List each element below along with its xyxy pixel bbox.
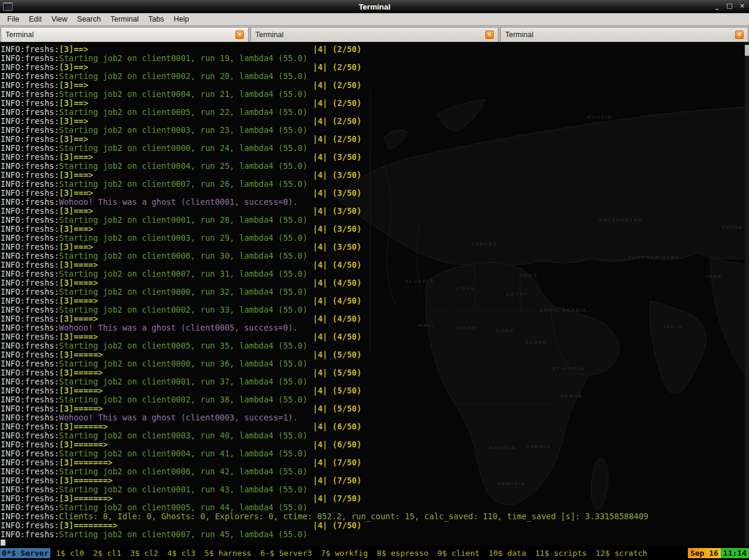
log-start-text: Starting job2 on client0005, run 44, lam… [59,503,308,512]
progress-counter: |4| (3/50) [313,153,361,162]
close-button[interactable]: × [738,2,746,11]
terminal-line: INFO:freshs:[3]==>|4| (2/50) [1,135,749,144]
log-progress-text: [3]======> [59,440,108,449]
tab-terminal-3[interactable]: Terminal× [500,27,748,42]
log-prefix: INFO:freshs: [1,269,59,279]
log-progress-text: [3]====> [59,332,98,341]
log-prefix: INFO:freshs: [1,107,59,117]
scrollbar[interactable] [745,42,749,546]
progress-counter: |4| (4/50) [313,296,361,305]
log-progress-text: [3]=====> [59,386,103,395]
tab-close-icon[interactable]: × [485,31,494,39]
statusbar-window: 6-$ Server3 [260,549,312,558]
terminal-line: INFO:freshs:[3]====>|4| (4/50) [1,261,749,270]
maximize-button[interactable]: □ [726,2,733,11]
title-bar[interactable]: Terminal _ □ × [0,0,749,13]
statusbar-current-window: 0*$ Server [0,548,50,558]
log-start-text: Starting job2 on client0000, run 24, lam… [59,143,308,153]
tab-close-icon[interactable]: × [735,31,744,39]
tab-terminal-2[interactable]: Terminal× [250,27,499,42]
terminal-line: INFO:freshs:Starting job2 on client0001,… [1,54,749,63]
log-prefix: INFO:freshs: [1,431,59,440]
log-prefix: INFO:freshs: [1,197,59,207]
log-prefix: INFO:freshs: [1,422,59,431]
log-prefix: INFO:freshs: [1,449,59,458]
menu-item-terminal[interactable]: Terminal [105,14,143,25]
terminal-window: Terminal _ □ × FileEditViewSearchTermina… [0,0,749,560]
log-start-text: Starting job2 on client0002, run 33, lam… [59,305,308,314]
terminal-line: INFO:freshs:[3]==>|4| (2/50) [1,63,749,72]
log-ghost-text: Wohooo! This was a ghost (client0001, su… [59,197,298,207]
tab-bar: Terminal×Terminal×Terminal× [0,26,749,42]
statusbar-time: 11:14 [721,548,749,558]
menu-item-file[interactable]: File [2,14,24,25]
progress-counter: |4| (7/50) [313,521,361,530]
terminal-line: INFO:freshs:[3]========>|4| (7/50) [1,521,749,530]
terminal-output[interactable]: INFO:freshs:[3]==>|4| (2/50)INFO:freshs:… [0,42,749,546]
log-prefix: INFO:freshs: [1,332,59,341]
log-progress-text: [3]===> [59,152,93,162]
progress-counter: |4| (3/50) [313,225,361,234]
log-progress-text: [3]=======> [59,458,113,467]
terminal-line: INFO:freshs:[3]===>|4| (3/50) [1,243,749,252]
log-progress-text: [3]=====> [59,404,103,413]
terminal-line: INFO:freshs:[3]===>|4| (3/50) [1,189,749,198]
menu-item-help[interactable]: Help [169,14,194,25]
scrollbar-thumb[interactable] [745,45,749,56]
log-prefix: INFO:freshs: [1,143,59,153]
progress-counter: |4| (2/50) [313,63,361,72]
menu-item-tabs[interactable]: Tabs [143,14,168,25]
terminal-line: INFO:freshs:Starting job2 on client0005,… [1,108,749,117]
log-prefix: INFO:freshs: [1,341,59,350]
tab-terminal-1[interactable]: Terminal× [1,27,249,42]
log-prefix: INFO:freshs: [1,494,59,503]
log-start-text: Starting job2 on client0004, run 21, lam… [59,89,308,99]
terminal-line: INFO:freshs:Starting job2 on client0001,… [1,485,749,494]
log-prefix: INFO:freshs: [1,305,59,314]
log-prefix: INFO:freshs: [1,287,59,296]
log-progress-text: [3]==> [59,98,89,108]
terminal-line: INFO:freshs:Starting job2 on client0000,… [1,359,749,368]
menu-item-search[interactable]: Search [73,14,106,25]
terminal-viewport[interactable]: RUSSIAKAZAKHSTANCHINATURKEYTURKMENISTANI… [0,42,749,546]
terminal-line: INFO:freshs:Starting job2 on client0002,… [1,72,749,81]
log-start-text: Starting job2 on client0007, run 45, lam… [59,529,308,539]
statusbar-window: 7$ workfig [321,549,368,558]
tab-label: Terminal [505,31,735,39]
terminal-line: INFO:freshs:Starting job2 on client0005,… [1,341,749,350]
progress-counter: |4| (7/50) [313,494,361,503]
log-prefix: INFO:freshs: [1,71,59,81]
terminal-line: INFO:freshs:[3]=====>|4| (5/50) [1,404,749,413]
cursor-line [1,539,749,546]
log-progress-text: [3]=====> [59,350,103,359]
menu-item-view[interactable]: View [47,14,73,25]
statusbar-date: Sep 16 [688,548,721,558]
tab-label: Terminal [5,31,235,39]
log-prefix: INFO:freshs: [1,440,59,449]
tab-close-icon[interactable]: × [235,31,244,39]
log-prefix: INFO:freshs: [1,377,59,386]
log-prefix: INFO:freshs: [1,215,59,225]
minimize-button[interactable]: _ [713,2,721,11]
log-start-text: Starting job2 on client0001, run 19, lam… [59,53,308,63]
log-progress-text: [3]=====> [59,368,103,377]
log-prefix: INFO:freshs: [1,161,59,171]
terminal-line: INFO:freshs:Starting job2 on client0004,… [1,449,749,458]
terminal-line: INFO:freshs:[3]====>|4| (4/50) [1,296,749,305]
terminal-line: INFO:freshs:[3]=====>|4| (5/50) [1,386,749,395]
terminal-line: INFO:freshs:Clients: 8, Idle: 0, Ghosts:… [1,512,749,521]
log-progress-text: [3]=======> [59,476,113,485]
log-prefix: INFO:freshs: [1,89,59,99]
statusbar-window: 3$ cl2 [130,549,158,558]
terminal-line: INFO:freshs:Starting job2 on client0002,… [1,395,749,404]
progress-counter: |4| (6/50) [313,440,361,449]
log-ghost-text: Wohooo! This was a ghost (client0003, su… [59,413,298,422]
terminal-line: INFO:freshs:[3]===>|4| (3/50) [1,225,749,234]
log-start-text: Starting job2 on client0001, run 43, lam… [59,485,308,494]
menu-item-edit[interactable]: Edit [24,14,47,25]
log-prefix: INFO:freshs: [1,125,59,135]
log-progress-text: [3]==> [59,80,89,90]
terminal-line: INFO:freshs:[3]=======>|4| (7/50) [1,476,749,485]
terminal-line: INFO:freshs:Wohooo! This was a ghost (cl… [1,323,749,332]
log-start-text: Starting job2 on client0005, run 22, lam… [59,107,308,117]
